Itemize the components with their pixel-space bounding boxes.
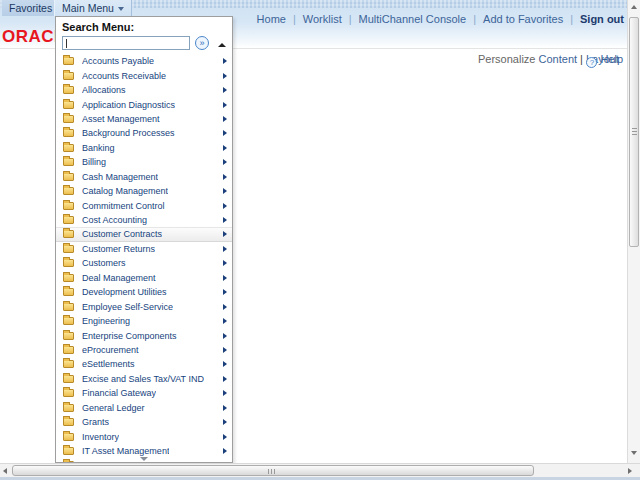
menu-item[interactable]: Financial Gateway [56, 386, 232, 400]
menu-item-label: Financial Gateway [82, 388, 156, 398]
search-go-button[interactable]: » [195, 36, 209, 50]
folder-icon [63, 115, 74, 123]
submenu-arrow-icon [223, 275, 227, 281]
add-to-favorites-link[interactable]: Add to Favorites [483, 13, 563, 25]
menu-item-label: Commitment Control [82, 201, 165, 211]
folder-icon [63, 317, 74, 325]
menu-item-label: Employee Self-Service [82, 302, 173, 312]
menu-item[interactable]: Development Utilities [56, 285, 232, 299]
menu-item[interactable]: eSettlements [56, 357, 232, 371]
menu-item[interactable]: Asset Management [56, 112, 232, 126]
help-link[interactable]: Help [600, 53, 623, 65]
home-link[interactable]: Home [257, 13, 286, 25]
arrow-up-icon [631, 5, 637, 9]
menu-item[interactable]: Grants [56, 415, 232, 429]
scroll-down-button[interactable] [628, 447, 640, 460]
folder-icon [63, 72, 74, 80]
folder-icon [63, 173, 74, 181]
folder-icon [63, 230, 74, 238]
menu-item-label: Grants [82, 417, 109, 427]
submenu-arrow-icon [223, 390, 227, 396]
menu-item[interactable]: Enterprise Components [56, 328, 232, 342]
menu-item[interactable]: Allocations [56, 83, 232, 97]
menu-item[interactable]: Application Diagnostics [56, 97, 232, 111]
menu-item-label: Customer Returns [82, 244, 155, 254]
link-separator: | [293, 13, 296, 25]
menu-item-label: IT Asset Management [82, 446, 169, 456]
folder-icon [63, 86, 74, 94]
menu-item[interactable]: Employee Self-Service [56, 299, 232, 313]
submenu-arrow-icon [223, 217, 227, 223]
tab-main-menu[interactable]: Main Menu [54, 0, 132, 16]
submenu-arrow-icon [223, 58, 227, 64]
menu-item[interactable]: Cash Management [56, 170, 232, 184]
menu-item[interactable]: Commitment Control [56, 198, 232, 212]
menu-item[interactable]: Accounts Payable [56, 54, 232, 68]
search-menu-input[interactable] [62, 36, 190, 50]
scroll-left-button[interactable] [0, 465, 11, 477]
search-section: Search Menu: » [56, 17, 232, 50]
personalize-content-link[interactable]: Content [539, 53, 578, 65]
menu-item[interactable]: Catalog Management [56, 184, 232, 198]
menu-item[interactable]: General Ledger [56, 401, 232, 415]
folder-icon [63, 375, 74, 383]
submenu-arrow-icon [223, 361, 227, 367]
menu-item[interactable]: Engineering [56, 314, 232, 328]
menu-item[interactable]: Accounts Receivable [56, 68, 232, 82]
menu-item[interactable]: Inventory [56, 429, 232, 443]
submenu-arrow-icon [223, 159, 227, 165]
submenu-arrow-icon [223, 73, 227, 79]
folder-icon [63, 418, 74, 426]
menu-item[interactable]: Deal Management [56, 271, 232, 285]
text-caret [66, 39, 67, 48]
folder-icon [63, 202, 74, 210]
menu-item[interactable]: eProcurement [56, 343, 232, 357]
scroll-up-button[interactable] [628, 1, 640, 14]
folder-icon [63, 404, 74, 412]
vertical-scrollbar-thumb[interactable] [629, 17, 639, 247]
submenu-arrow-icon [223, 188, 227, 194]
submenu-arrow-icon [223, 87, 227, 93]
arrow-left-icon [3, 468, 7, 474]
menu-item[interactable]: Background Processes [56, 126, 232, 140]
menu-item-label: Catalog Management [82, 186, 168, 196]
question-circle-icon: ? [586, 57, 597, 68]
link-separator: | [473, 13, 476, 25]
horizontal-scrollbar-thumb[interactable] [12, 465, 534, 476]
menu-scroll-down-icon[interactable] [140, 457, 148, 461]
menu-scroll-up-icon[interactable] [218, 43, 226, 47]
folder-icon [63, 360, 74, 368]
menu-item[interactable]: Banking [56, 141, 232, 155]
menu-item[interactable]: Excise and Sales Tax/VAT IND [56, 372, 232, 386]
sign-out-link[interactable]: Sign out [580, 13, 624, 25]
menu-item-label: Development Utilities [82, 287, 167, 297]
menu-item[interactable]: Cost Accounting [56, 213, 232, 227]
menu-item-label: Asset Management [82, 114, 160, 124]
folder-icon [63, 144, 74, 152]
menu-item[interactable]: Billing [56, 155, 232, 169]
arrow-right-icon [628, 468, 632, 474]
arrow-down-icon [631, 451, 637, 455]
menu-item[interactable]: Customer Contracts [56, 227, 232, 241]
menu-item-label: eProcurement [82, 345, 139, 355]
submenu-arrow-icon [223, 203, 227, 209]
folder-icon [63, 101, 74, 109]
worklist-link[interactable]: Worklist [303, 13, 342, 25]
menu-item[interactable]: Customers [56, 256, 232, 270]
folder-icon [63, 433, 74, 441]
submenu-arrow-icon [223, 102, 227, 108]
multichannel-console-link[interactable]: MultiChannel Console [359, 13, 467, 25]
scroll-right-button[interactable] [624, 465, 635, 477]
menu-item-label: Excise and Sales Tax/VAT IND [82, 374, 204, 384]
submenu-arrow-icon [223, 405, 227, 411]
menu-item[interactable]: Customer Returns [56, 242, 232, 256]
folder-icon [63, 389, 74, 397]
folder-icon [63, 346, 74, 354]
horizontal-scrollbar[interactable] [0, 463, 640, 477]
folder-icon [63, 288, 74, 296]
menu-item-label: Enterprise Components [82, 331, 177, 341]
menu-item-label: Cash Management [82, 172, 158, 182]
folder-icon [63, 245, 74, 253]
menu-item-label: Allocations [82, 85, 126, 95]
vertical-scrollbar[interactable] [627, 0, 640, 463]
